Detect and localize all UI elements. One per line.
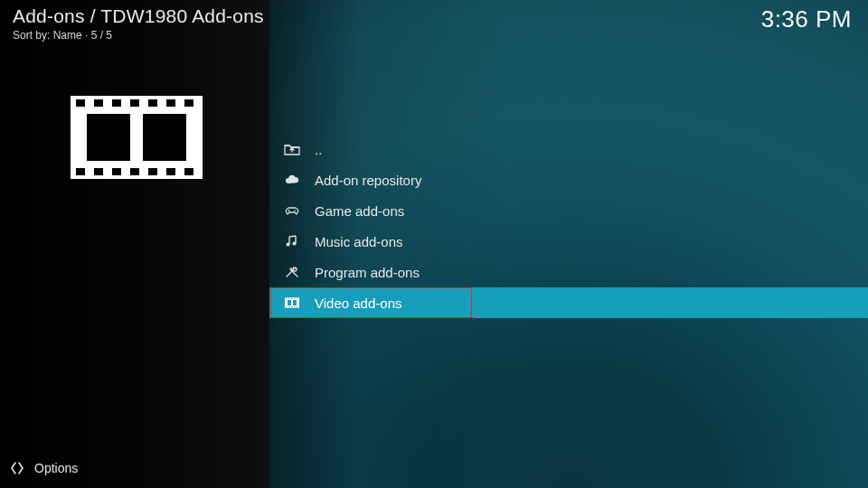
svg-rect-30 bbox=[291, 306, 293, 307]
options-label: Options bbox=[34, 461, 78, 475]
list-item-music[interactable]: Music add-ons bbox=[269, 226, 868, 257]
svg-rect-26 bbox=[294, 298, 296, 299]
svg-rect-27 bbox=[297, 298, 298, 299]
category-large-film-icon bbox=[71, 96, 203, 179]
svg-rect-12 bbox=[112, 168, 121, 175]
folder-up-icon bbox=[284, 141, 300, 157]
list-item-program[interactable]: Program add-ons bbox=[269, 257, 868, 287]
svg-rect-1 bbox=[87, 114, 130, 161]
svg-rect-13 bbox=[130, 168, 139, 175]
svg-rect-8 bbox=[166, 99, 175, 107]
svg-rect-7 bbox=[148, 99, 157, 107]
svg-rect-9 bbox=[184, 99, 193, 107]
svg-rect-6 bbox=[130, 99, 139, 107]
svg-rect-20 bbox=[285, 297, 299, 308]
svg-rect-25 bbox=[291, 298, 293, 299]
sort-indicator: Sort by: Name · 5 / 5 bbox=[13, 29, 112, 42]
app-root: Add-ons / TDW1980 Add-ons Sort by: Name … bbox=[0, 0, 868, 488]
svg-rect-31 bbox=[294, 306, 296, 307]
main-panel: 3:36 PM .. bbox=[269, 0, 868, 488]
list-item-label: Add-on repository bbox=[315, 173, 421, 188]
list-item-video[interactable]: Video add-ons bbox=[269, 287, 868, 318]
svg-rect-21 bbox=[288, 300, 291, 305]
side-panel: Add-ons / TDW1980 Add-ons Sort by: Name … bbox=[0, 0, 269, 488]
tools-icon bbox=[284, 264, 300, 280]
svg-rect-32 bbox=[297, 306, 298, 307]
list-item-label: Program add-ons bbox=[315, 265, 420, 280]
svg-rect-15 bbox=[166, 168, 175, 175]
svg-rect-22 bbox=[293, 300, 297, 305]
list-item-label: Video add-ons bbox=[315, 296, 401, 311]
gamepad-icon bbox=[284, 202, 300, 219]
svg-rect-29 bbox=[288, 306, 290, 307]
svg-rect-11 bbox=[94, 168, 103, 175]
svg-rect-28 bbox=[286, 306, 288, 307]
options-icon bbox=[9, 460, 25, 476]
cloud-icon bbox=[284, 172, 300, 188]
svg-point-17 bbox=[294, 210, 296, 211]
svg-rect-14 bbox=[148, 168, 157, 175]
category-list: .. Add-on repository bbox=[269, 134, 868, 318]
svg-point-19 bbox=[293, 242, 297, 246]
list-item-repository[interactable]: Add-on repository bbox=[269, 164, 868, 195]
svg-rect-3 bbox=[76, 99, 85, 107]
music-icon bbox=[284, 233, 300, 249]
list-item-label: Game add-ons bbox=[315, 203, 404, 219]
list-item-game[interactable]: Game add-ons bbox=[269, 195, 868, 226]
options-button[interactable]: Options bbox=[9, 457, 78, 479]
breadcrumb: Add-ons / TDW1980 Add-ons bbox=[13, 5, 264, 27]
svg-rect-4 bbox=[94, 99, 103, 107]
svg-rect-5 bbox=[112, 99, 121, 107]
svg-rect-16 bbox=[184, 168, 193, 175]
svg-rect-10 bbox=[76, 168, 85, 175]
list-item-label: .. bbox=[315, 142, 322, 157]
svg-point-18 bbox=[287, 243, 290, 247]
svg-rect-23 bbox=[286, 298, 288, 299]
svg-rect-2 bbox=[143, 114, 186, 161]
list-item-label: Music add-ons bbox=[315, 234, 403, 249]
svg-rect-24 bbox=[288, 298, 290, 299]
clock: 3:36 PM bbox=[761, 5, 852, 33]
film-icon bbox=[284, 295, 300, 311]
list-item-parent-dir[interactable]: .. bbox=[269, 134, 868, 164]
